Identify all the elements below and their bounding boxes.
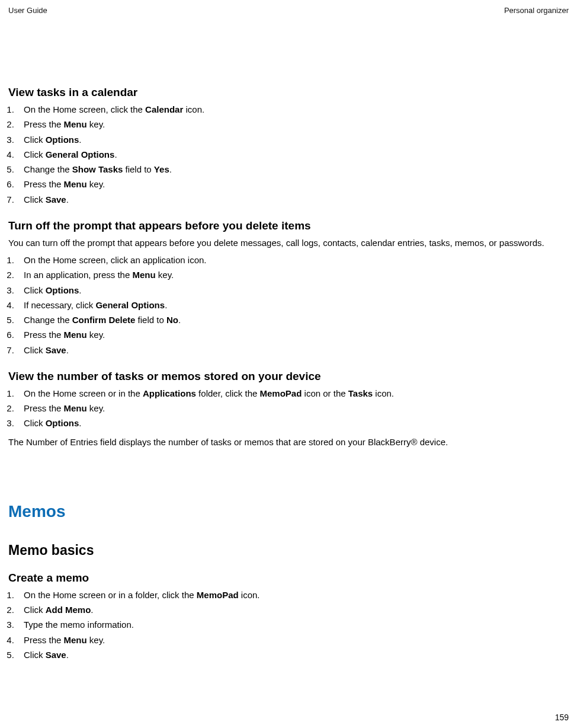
list-item: Type the memo information.	[17, 618, 569, 631]
steps-create-memo: On the Home screen or in a folder, click…	[8, 588, 569, 662]
list-item: Click Options.	[17, 133, 569, 146]
list-item: Change the Show Tasks field to Yes.	[17, 162, 569, 176]
list-item: On the Home screen or in the Application…	[17, 387, 569, 400]
page-number: 159	[555, 713, 569, 722]
steps-turn-off-prompt: On the Home screen, click an application…	[8, 253, 569, 357]
list-item: Click Save.	[17, 193, 569, 206]
list-item: On the Home screen, click the Calendar i…	[17, 103, 569, 116]
list-item: Press the Menu key.	[17, 328, 569, 341]
steps-view-tasks: On the Home screen, click the Calendar i…	[8, 103, 569, 206]
list-item: Click General Options.	[17, 148, 569, 161]
list-item: On the Home screen, click an application…	[17, 253, 569, 267]
list-item: If necessary, click General Options.	[17, 298, 569, 312]
page-header: User Guide Personal organizer	[8, 6, 569, 15]
list-item: Click Add Memo.	[17, 603, 569, 617]
heading-view-tasks: View tasks in a calendar	[8, 86, 569, 99]
list-item: Change the Confirm Delete field to No.	[17, 313, 569, 327]
intro-turn-off-prompt: You can turn off the prompt that appears…	[8, 236, 569, 250]
chapter-title-memos: Memos	[8, 502, 569, 521]
outro-view-number: The Number of Entries field displays the…	[8, 435, 569, 449]
list-item: Press the Menu key.	[17, 633, 569, 647]
list-item: On the Home screen or in a folder, click…	[17, 588, 569, 602]
list-item: Click Save.	[17, 343, 569, 357]
list-item: Press the Menu key.	[17, 401, 569, 415]
page: User Guide Personal organizer View tasks…	[0, 0, 577, 728]
subchapter-title-memo-basics: Memo basics	[8, 542, 569, 558]
list-item: Click Save.	[17, 648, 569, 662]
heading-view-number: View the number of tasks or memos stored…	[8, 370, 569, 383]
heading-turn-off-prompt: Turn off the prompt that appears before …	[8, 219, 569, 232]
header-left: User Guide	[8, 6, 47, 15]
heading-create-memo: Create a memo	[8, 571, 569, 585]
header-right: Personal organizer	[504, 6, 569, 15]
list-item: Press the Menu key.	[17, 177, 569, 191]
steps-view-number: On the Home screen or in the Application…	[8, 387, 569, 430]
list-item: Click Options.	[17, 416, 569, 430]
list-item: In an application, press the Menu key.	[17, 268, 569, 282]
list-item: Press the Menu key.	[17, 117, 569, 131]
list-item: Click Options.	[17, 283, 569, 297]
